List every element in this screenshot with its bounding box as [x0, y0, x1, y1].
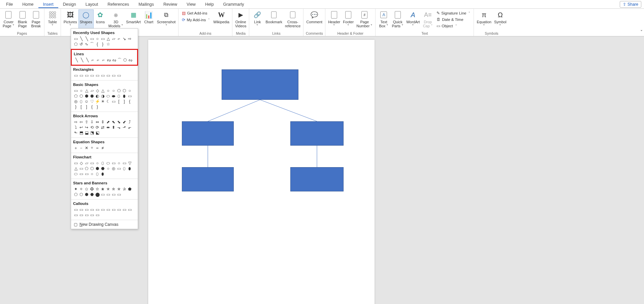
- shape-option[interactable]: ▭: [84, 171, 89, 177]
- shape-option[interactable]: ⬠: [116, 88, 122, 93]
- shape-option[interactable]: ⟲: [89, 125, 95, 130]
- shape-option[interactable]: ⤴: [127, 119, 132, 125]
- shape-option[interactable]: ⬢: [84, 93, 89, 99]
- shape-option[interactable]: ✰: [122, 186, 127, 192]
- shape-option[interactable]: ⬤: [95, 192, 100, 197]
- shape-option[interactable]: ＋: [73, 145, 78, 151]
- shape-rectangle[interactable]: [182, 167, 234, 191]
- shape-option[interactable]: ⇕: [100, 119, 105, 125]
- shape-option[interactable]: ⬣: [89, 192, 95, 197]
- shape-option[interactable]: ▭: [78, 212, 84, 218]
- comment-button[interactable]: 💬Comment: [305, 9, 324, 25]
- shape-option[interactable]: ⇦: [78, 119, 84, 125]
- shape-option[interactable]: ○: [89, 171, 95, 177]
- shape-option[interactable]: ◐: [95, 93, 100, 99]
- shape-option[interactable]: ▭: [84, 212, 89, 218]
- shape-option[interactable]: △: [73, 166, 78, 171]
- shape-option[interactable]: ⬕: [95, 130, 100, 135]
- shape-option[interactable]: ⇨: [73, 119, 78, 125]
- shape-option[interactable]: ⬠: [73, 41, 78, 47]
- shape-option[interactable]: [: [78, 104, 84, 110]
- shape-option[interactable]: ⬠: [73, 93, 78, 99]
- shape-option[interactable]: ○: [105, 88, 111, 93]
- shape-option[interactable]: ▱: [111, 36, 116, 41]
- shape-option[interactable]: ⬡: [122, 88, 127, 93]
- shape-option[interactable]: ⬢: [84, 192, 89, 197]
- shape-option[interactable]: ↺: [78, 41, 84, 47]
- shape-option[interactable]: ▭: [127, 93, 132, 99]
- table-button[interactable]: Table ˅: [46, 9, 59, 29]
- tab-file[interactable]: File: [1, 1, 18, 8]
- shape-option[interactable]: ◇: [95, 88, 100, 93]
- shape-option[interactable]: ↪: [84, 125, 89, 130]
- shape-option[interactable]: ⌒: [117, 57, 122, 63]
- shape-option[interactable]: ▭: [78, 207, 84, 212]
- shape-option[interactable]: ☾: [105, 99, 111, 104]
- shape-option[interactable]: ○: [105, 166, 111, 171]
- shape-option[interactable]: ᔓ: [111, 57, 117, 63]
- footer-button[interactable]: Footer ˅: [342, 9, 355, 29]
- cross-reference-button[interactable]: Cross- reference: [284, 9, 302, 29]
- shape-option[interactable]: ⬟: [127, 186, 132, 192]
- shape-option[interactable]: ]: [84, 104, 89, 110]
- shape-option[interactable]: ⇔: [95, 119, 100, 125]
- shape-option[interactable]: ⬐: [127, 125, 132, 130]
- shape-option[interactable]: ⬡: [78, 93, 84, 99]
- page-break-button[interactable]: Page Break: [29, 9, 43, 29]
- shape-option[interactable]: ▭: [89, 207, 95, 212]
- shape-option[interactable]: ▱: [89, 88, 95, 93]
- shape-option[interactable]: ▭: [89, 73, 95, 78]
- shape-option[interactable]: ▭: [116, 192, 122, 197]
- shape-option[interactable]: ⇩: [89, 119, 95, 125]
- shape-option[interactable]: ＝: [95, 145, 100, 151]
- shape-option[interactable]: ⬋: [122, 119, 127, 125]
- shape-option[interactable]: ⬭: [105, 160, 111, 166]
- shape-option[interactable]: ▭: [116, 207, 122, 212]
- shape-option[interactable]: ▭: [73, 212, 78, 218]
- bookmark-button[interactable]: Bookmark: [264, 9, 284, 25]
- shape-option[interactable]: ◎: [111, 166, 116, 171]
- shape-option[interactable]: }: [95, 104, 100, 110]
- shape-option[interactable]: ▭: [84, 207, 89, 212]
- shape-option[interactable]: ▭: [116, 73, 122, 78]
- text-box-button[interactable]: AText Box ˅: [377, 9, 390, 29]
- shape-option[interactable]: ↩: [78, 125, 84, 130]
- page-canvas[interactable]: [148, 40, 375, 304]
- shape-option[interactable]: ✦: [73, 186, 78, 192]
- shape-option[interactable]: ⬯: [78, 99, 84, 104]
- shape-rectangle[interactable]: [222, 69, 298, 100]
- shape-option[interactable]: ⌒: [89, 41, 95, 47]
- tab-grammarly[interactable]: Grammarly: [219, 1, 249, 8]
- shape-option[interactable]: ✧: [78, 186, 84, 192]
- shape-option[interactable]: ⇄: [100, 125, 105, 130]
- shape-option[interactable]: ▭: [78, 73, 84, 78]
- shape-option[interactable]: ⬮: [100, 171, 105, 177]
- shape-option[interactable]: {: [89, 104, 95, 110]
- connector-line[interactable]: [208, 100, 260, 121]
- shape-option[interactable]: ⬣: [100, 166, 105, 171]
- shape-option[interactable]: －: [78, 145, 84, 151]
- shape-option[interactable]: ▭: [127, 207, 132, 212]
- shape-option[interactable]: ▭: [111, 160, 116, 166]
- shape-option[interactable]: }: [100, 41, 105, 47]
- share-button[interactable]: ⇪ Share: [620, 1, 641, 8]
- shape-option[interactable]: ⌐: [90, 57, 95, 63]
- shape-option[interactable]: ⬭: [105, 93, 111, 99]
- shape-option[interactable]: ▭: [122, 207, 127, 212]
- tab-layout[interactable]: Layout: [81, 1, 103, 8]
- shape-option[interactable]: ☆: [105, 41, 111, 47]
- tab-view[interactable]: View: [182, 1, 200, 8]
- shape-option[interactable]: {: [95, 41, 100, 47]
- shape-option[interactable]: ▽: [127, 160, 132, 166]
- tab-design[interactable]: Design: [58, 1, 81, 8]
- shape-option[interactable]: ⤵: [73, 125, 78, 130]
- shape-option[interactable]: ⬈: [105, 119, 111, 125]
- shape-option[interactable]: ⬬: [111, 93, 116, 99]
- ribbon-collapse-button[interactable]: ˅: [640, 29, 643, 35]
- shape-option[interactable]: ▭: [105, 207, 111, 212]
- shape-option[interactable]: ⬌: [105, 125, 111, 130]
- shape-option[interactable]: ◎: [73, 99, 78, 104]
- my-addins-button[interactable]: ⟳My Add-ins˅: [180, 17, 212, 23]
- shape-option[interactable]: ○: [95, 160, 100, 166]
- new-drawing-canvas-button[interactable]: ▢ New Drawing Canvas: [71, 220, 138, 229]
